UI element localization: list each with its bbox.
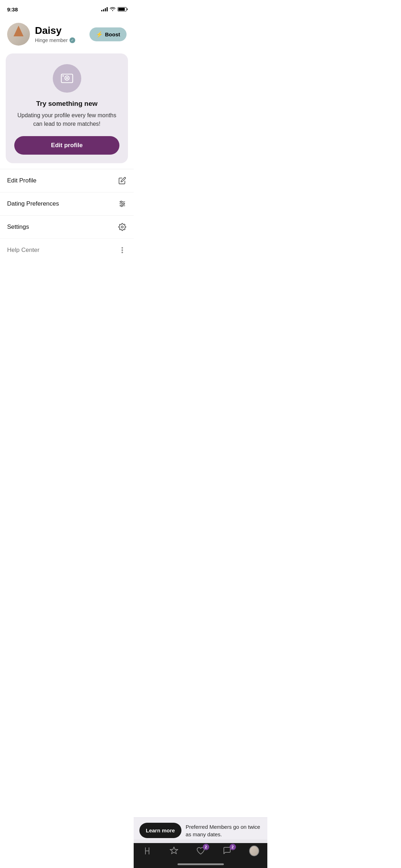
avatar — [7, 23, 30, 46]
profile-name: Daisy — [35, 25, 84, 36]
menu-item-edit-profile[interactable]: Edit Profile — [0, 169, 134, 192]
menu-label-dating-preferences: Dating Preferences — [7, 200, 59, 207]
svg-point-10 — [121, 226, 123, 228]
menu-item-help-center[interactable]: Help Center — [0, 238, 134, 258]
menu-list: Edit Profile Dating Preferences Settings — [0, 169, 134, 258]
pencil-icon — [118, 176, 127, 185]
promo-subtitle: Updating your profile every few months c… — [14, 111, 119, 128]
boost-button[interactable]: ⚡ Boost — [89, 27, 127, 41]
membership-text: Hinge member — [35, 37, 68, 43]
battery-icon — [118, 7, 127, 11]
signal-bars-icon — [101, 7, 108, 11]
svg-point-9 — [121, 205, 123, 207]
svg-point-8 — [123, 203, 124, 205]
menu-item-settings[interactable]: Settings — [0, 215, 134, 238]
profile-photo-icon — [60, 71, 74, 86]
svg-point-11 — [122, 247, 123, 248]
svg-point-3 — [62, 75, 64, 77]
verified-badge-icon: ✓ — [70, 37, 75, 43]
profile-membership: Hinge member ✓ — [35, 37, 84, 43]
svg-point-2 — [66, 77, 68, 79]
edit-profile-button[interactable]: Edit profile — [14, 136, 119, 155]
status-time: 9:38 — [7, 6, 18, 12]
menu-item-dating-preferences[interactable]: Dating Preferences — [0, 192, 134, 215]
menu-label-edit-profile: Edit Profile — [7, 177, 36, 184]
wifi-icon — [110, 7, 115, 12]
promo-title: Try something new — [14, 100, 119, 108]
promo-card: Try something new Updating your profile … — [6, 53, 128, 163]
gear-icon — [118, 223, 127, 231]
profile-header: Daisy Hinge member ✓ ⚡ Boost — [0, 16, 134, 51]
status-bar: 9:38 — [0, 0, 134, 16]
profile-info: Daisy Hinge member ✓ — [35, 25, 84, 43]
sliders-icon — [118, 200, 127, 208]
boost-label: Boost — [105, 31, 120, 37]
lightning-icon: ⚡ — [96, 31, 103, 38]
dots-icon — [118, 246, 127, 254]
status-icons — [101, 7, 127, 12]
svg-point-7 — [120, 201, 122, 203]
svg-point-13 — [122, 252, 123, 253]
promo-icon-circle — [53, 64, 81, 93]
svg-point-12 — [122, 250, 123, 251]
menu-label-settings: Settings — [7, 223, 29, 231]
menu-label-help-center: Help Center — [7, 247, 40, 254]
